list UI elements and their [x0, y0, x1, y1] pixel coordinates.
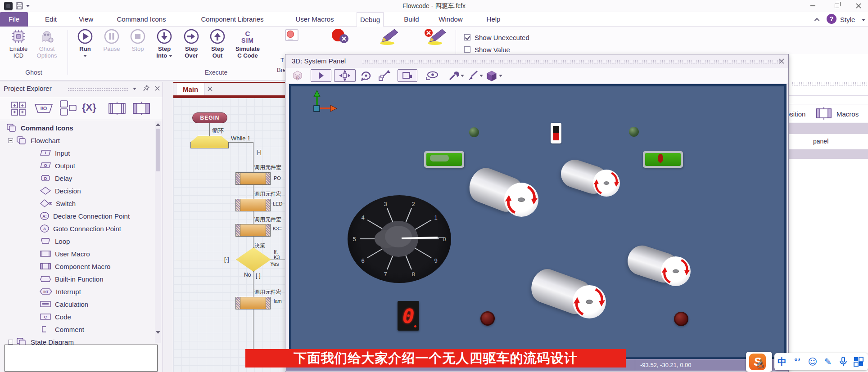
- seven-segment-display[interactable]: 0: [398, 301, 419, 331]
- push-button-right[interactable]: [629, 127, 639, 137]
- ime-lang-button[interactable]: 中: [774, 356, 790, 368]
- menu-debug[interactable]: Debug: [357, 12, 384, 27]
- help-icon[interactable]: ?: [827, 14, 836, 24]
- flowchart-component-macro-3[interactable]: [235, 224, 271, 237]
- table-row[interactable]: [789, 123, 868, 134]
- panel-dropdown-icon[interactable]: [133, 88, 136, 90]
- step-out-button[interactable]: StepOut: [204, 28, 231, 59]
- tree-item-code[interactable]: C Code: [0, 310, 155, 323]
- settings-wrench-button[interactable]: [448, 69, 465, 82]
- view-tool-button[interactable]: [423, 69, 441, 82]
- flowchart-component-macro-4[interactable]: [235, 297, 271, 309]
- tree-item-built-in-function[interactable]: Built-in Function: [0, 273, 155, 285]
- materials-cube-button[interactable]: [484, 69, 503, 82]
- menu-user-macros[interactable]: User Macros: [289, 12, 340, 27]
- menu-build[interactable]: Build: [401, 12, 422, 27]
- tree-item-loop[interactable]: Loop: [0, 235, 155, 247]
- motor-3-face[interactable]: [661, 256, 691, 286]
- toggle-breakpoint-button[interactable]: [279, 28, 304, 44]
- tree-item-command-icons[interactable]: Command Icons: [0, 121, 155, 134]
- flowchart-decision-node[interactable]: [236, 247, 271, 272]
- menu-edit[interactable]: Edit: [41, 12, 60, 27]
- ghost-options-button[interactable]: GhostOptions: [33, 28, 60, 59]
- red-led-left[interactable]: [480, 311, 495, 326]
- collapse-indicator-1[interactable]: [-]: [257, 149, 262, 155]
- menu-help[interactable]: Help: [483, 12, 504, 27]
- tree-item-output[interactable]: O Output: [0, 159, 155, 172]
- toggle-switch[interactable]: [551, 123, 561, 143]
- expression-icon[interactable]: {X}: [82, 102, 96, 113]
- io-icon[interactable]: I/O: [33, 103, 54, 114]
- tree-item-component-macro[interactable]: Component Macro: [0, 260, 155, 273]
- led-bargraph-right[interactable]: [643, 151, 683, 168]
- ime-emoji-button[interactable]: ☺: [805, 356, 820, 367]
- rotary-switch-dial[interactable]: 0 1 2 3 4 5 6 7 8 9: [348, 195, 451, 283]
- menu-view[interactable]: View: [76, 12, 96, 27]
- reset-code-button[interactable]: [422, 28, 449, 47]
- stop-button[interactable]: Stop: [124, 28, 151, 52]
- scroll-thumb[interactable]: [156, 129, 160, 171]
- tab-close-icon[interactable]: [208, 86, 212, 91]
- resize-tool-button[interactable]: [376, 69, 393, 82]
- tree-item-delay[interactable]: D Delay: [0, 172, 155, 184]
- clear-all-breakpoints-button[interactable]: [327, 28, 353, 46]
- tree-scrollbar[interactable]: [155, 121, 161, 343]
- collapse-indicator-left[interactable]: [-]: [224, 256, 229, 263]
- scroll-up-icon[interactable]: [156, 123, 160, 126]
- collapse-indicator-2[interactable]: [-]: [256, 273, 261, 279]
- minimize-button[interactable]: [803, 0, 822, 12]
- show-unexecuted-checkbox[interactable]: [464, 34, 470, 40]
- scroll-down-icon[interactable]: [156, 331, 160, 334]
- ime-logo-tile[interactable]: S ☝: [746, 352, 772, 372]
- push-button-left[interactable]: [469, 127, 479, 137]
- panel-close-icon[interactable]: [155, 86, 160, 91]
- collapse-icon[interactable]: [8, 340, 13, 345]
- 3d-scene-viewport[interactable]: 0 1 2 3 4 5 6 7 8 9: [289, 84, 787, 359]
- ime-punctuation-button[interactable]: °’: [790, 357, 805, 366]
- menu-component-libraries[interactable]: Component Libraries: [193, 12, 272, 27]
- tree-item-switch[interactable]: Switch: [0, 197, 155, 210]
- style-dropdown-icon[interactable]: [862, 19, 865, 21]
- panel-row-label[interactable]: panel: [813, 138, 828, 145]
- ime-keyboard-grid-button[interactable]: [854, 357, 863, 367]
- simulate-c-code-button[interactable]: C SIM SimulateC Code: [231, 28, 265, 59]
- macro-hatched-icon[interactable]: [131, 102, 151, 115]
- step-into-button[interactable]: StepInto: [151, 28, 178, 59]
- box-select-tool-button[interactable]: [398, 69, 417, 82]
- flowchart-component-macro-1[interactable]: [235, 172, 271, 185]
- tree-item-flowchart[interactable]: Flowchart: [0, 134, 155, 147]
- paint-brush-button[interactable]: [466, 69, 484, 82]
- motor-2-face[interactable]: [593, 170, 620, 197]
- flowchart-canvas[interactable]: BEGIN 循环 While 1 [-] 调用元件宏 PO 调用元件宏 LED …: [173, 98, 285, 372]
- show-code-button[interactable]: [376, 28, 402, 47]
- 3d-panel-titlebar[interactable]: 3D: System Panel: [285, 54, 788, 68]
- enable-icd-button[interactable]: EnableICD: [5, 28, 32, 59]
- tree-item-goto-connection-point[interactable]: A Goto Connection Point: [0, 222, 155, 235]
- flowchart-component-macro-2[interactable]: [235, 199, 271, 211]
- table-row[interactable]: [789, 149, 868, 159]
- 3d-panel-close-icon[interactable]: [779, 58, 784, 64]
- flowchart-begin-node[interactable]: BEGIN: [192, 112, 227, 123]
- menu-file[interactable]: File: [0, 12, 28, 27]
- move-tool-button[interactable]: [334, 69, 356, 82]
- menu-window[interactable]: Window: [433, 12, 468, 27]
- menu-command-icons[interactable]: Command Icons: [111, 12, 172, 27]
- red-led-right[interactable]: [674, 312, 688, 326]
- select-tool-button[interactable]: [311, 69, 331, 82]
- led-bargraph-left[interactable]: [424, 151, 464, 168]
- close-button[interactable]: [849, 0, 868, 12]
- restore-button[interactable]: [827, 0, 846, 12]
- style-menu[interactable]: Style: [840, 16, 855, 23]
- tree-item-decision[interactable]: Decision: [0, 184, 155, 197]
- tree-item-interrupt[interactable]: INT Interrupt: [0, 285, 155, 298]
- dashboard-icon[interactable]: [10, 100, 28, 117]
- tree-item-comment[interactable]: Comment: [0, 323, 155, 336]
- tree-item-calculation[interactable]: Calculation: [0, 298, 155, 310]
- tree-item-user-macro[interactable]: User Macro: [0, 247, 155, 260]
- collapse-icon[interactable]: [8, 138, 13, 143]
- step-over-button[interactable]: StepOver: [178, 28, 205, 59]
- ime-microphone-button[interactable]: [839, 357, 848, 367]
- flowchart-loop-node[interactable]: [190, 136, 229, 148]
- motor-1-face[interactable]: [504, 183, 538, 217]
- show-value-checkbox[interactable]: [464, 46, 470, 53]
